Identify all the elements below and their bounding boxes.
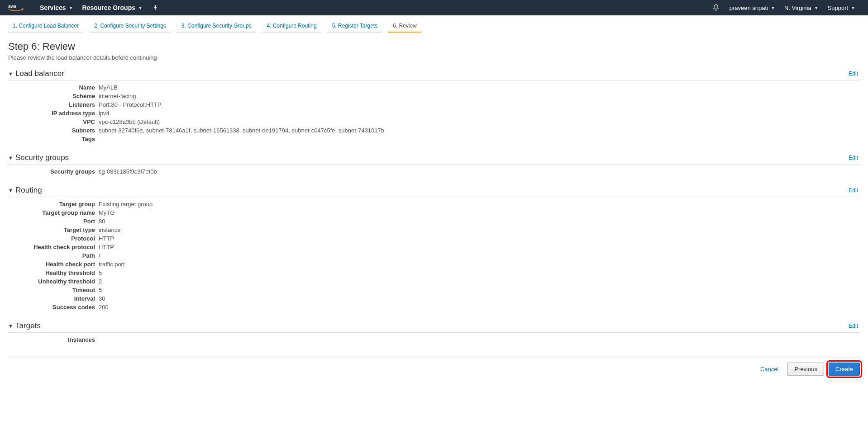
aws-logo[interactable]: aws [8, 3, 24, 12]
lb-listeners-key: Listeners [8, 101, 99, 108]
region-menu[interactable]: N. Virginia ▼ [780, 0, 823, 15]
sg-value: sg-083c185f9c3f7ef0b [99, 168, 157, 175]
section-title: Security groups [15, 153, 69, 162]
disclosure-triangle-icon: ▼ [8, 155, 15, 160]
routing-target-type-value: instance [99, 226, 120, 233]
routing-unhealthy-threshold-key: Unhealthy threshold [8, 278, 99, 285]
routing-path-value: / [99, 252, 100, 259]
services-label: Services [40, 4, 66, 11]
routing-hcp-value: HTTP [99, 244, 114, 250]
routing-path-key: Path [8, 252, 99, 259]
wizard-tab-5[interactable]: 5. Register Targets [328, 20, 382, 33]
wizard-tab-6[interactable]: 6. Review [388, 20, 421, 33]
section-routing: ▼ Routing Edit Target groupExisting targ… [8, 184, 860, 311]
section-security-groups: ▼ Security groups Edit Security groupssg… [8, 151, 860, 176]
routing-target-group-key: Target group [8, 201, 99, 207]
lb-ip-key: IP address type [8, 110, 99, 117]
section-header-routing[interactable]: ▼ Routing Edit [8, 184, 860, 197]
routing-port-value: 80 [99, 218, 105, 225]
section-targets: ▼ Targets Edit Instances [8, 320, 860, 344]
routing-interval-value: 30 [99, 295, 105, 302]
resource-groups-menu[interactable]: Resource Groups ▼ [78, 0, 147, 15]
page-body: Step 6: Review Please review the load ba… [0, 33, 868, 344]
routing-hcp-key: Health check protocol [8, 244, 99, 250]
routing-healthy-threshold-key: Healthy threshold [8, 269, 99, 276]
routing-success-codes-key: Success codes [8, 304, 99, 311]
lb-vpc-key: VPC [8, 118, 99, 125]
caret-down-icon: ▼ [814, 5, 819, 10]
svg-text:aws: aws [8, 4, 16, 9]
resource-groups-label: Resource Groups [82, 4, 135, 11]
routing-target-group-name-value: MyTG [99, 209, 114, 216]
disclosure-triangle-icon: ▼ [8, 323, 15, 329]
lb-tags-key: Tags [8, 136, 99, 142]
lb-vpc-value: vpc-c128a3bb (Default) [99, 118, 160, 125]
disclosure-triangle-icon: ▼ [8, 71, 15, 76]
lb-scheme-key: Scheme [8, 93, 99, 99]
previous-button[interactable]: Previous [787, 363, 824, 376]
top-navbar: aws Services ▼ Resource Groups ▼ praveen… [0, 0, 868, 15]
create-button[interactable]: Create [829, 363, 860, 376]
section-header-targets[interactable]: ▼ Targets Edit [8, 320, 860, 333]
routing-success-codes-value: 200 [99, 304, 109, 311]
lb-scheme-value: internet-facing [99, 93, 136, 99]
account-label: praveen sripati [730, 5, 768, 11]
targets-instances-key: Instances [8, 336, 99, 343]
routing-unhealthy-threshold-value: 2 [99, 278, 102, 285]
edit-link-routing[interactable]: Edit [849, 187, 860, 193]
lb-ip-value: ipv4 [99, 110, 110, 117]
support-label: Support [828, 5, 849, 11]
routing-hcport-key: Health check port [8, 261, 99, 268]
page-title: Step 6: Review [8, 41, 860, 52]
routing-protocol-value: HTTP [99, 235, 114, 242]
pin-icon[interactable] [147, 5, 164, 11]
routing-target-group-name-key: Target group name [8, 209, 99, 216]
lb-subnets-key: Subnets [8, 127, 99, 134]
routing-target-type-key: Target type [8, 226, 99, 233]
edit-link-load-balancer[interactable]: Edit [849, 71, 860, 77]
support-menu[interactable]: Support ▼ [823, 0, 860, 15]
section-load-balancer: ▼ Load balancer Edit NameMyALB Schemeint… [8, 67, 860, 143]
edit-link-security-groups[interactable]: Edit [849, 155, 860, 161]
routing-hcport-value: traffic port [99, 261, 125, 268]
wizard-tab-4[interactable]: 4. Configure Routing [262, 20, 321, 33]
routing-port-key: Port [8, 218, 99, 225]
lb-name-key: Name [8, 84, 99, 91]
lb-name-value: MyALB [99, 84, 118, 91]
routing-timeout-value: 5 [99, 287, 102, 293]
wizard-tab-2[interactable]: 2. Configure Security Settings [90, 20, 171, 33]
account-menu[interactable]: praveen sripati ▼ [725, 0, 780, 15]
page-subtitle: Please review the load balancer details … [8, 54, 860, 61]
cancel-link[interactable]: Cancel [756, 363, 783, 375]
caret-down-icon: ▼ [138, 5, 143, 10]
services-menu[interactable]: Services ▼ [35, 0, 78, 15]
caret-down-icon: ▼ [851, 5, 855, 10]
routing-protocol-key: Protocol [8, 235, 99, 242]
section-header-load-balancer[interactable]: ▼ Load balancer Edit [8, 67, 860, 80]
wizard-tabs: 1. Configure Load Balancer 2. Configure … [8, 20, 868, 33]
routing-healthy-threshold-value: 5 [99, 269, 102, 276]
routing-timeout-key: Timeout [8, 287, 99, 293]
caret-down-icon: ▼ [69, 5, 73, 10]
disclosure-triangle-icon: ▼ [8, 188, 15, 193]
section-title: Targets [15, 321, 41, 330]
section-title: Load balancer [15, 69, 64, 78]
region-label: N. Virginia [784, 5, 811, 11]
lb-listeners-value: Port:80 - Protocol:HTTP [99, 101, 162, 108]
sg-key: Security groups [8, 168, 99, 175]
wizard-tab-1[interactable]: 1. Configure Load Balancer [8, 20, 83, 33]
wizard-tab-3[interactable]: 3. Configure Security Groups [177, 20, 256, 33]
wizard-footer: Cancel Previous Create [8, 358, 860, 385]
routing-interval-key: Interval [8, 295, 99, 302]
routing-target-group-value: Existing target group [99, 201, 153, 207]
lb-subnets-value: subnet-32740f6e, subnet-78146a1f, subnet… [99, 127, 384, 134]
edit-link-targets[interactable]: Edit [849, 323, 860, 329]
caret-down-icon: ▼ [771, 5, 775, 10]
section-title: Routing [15, 186, 42, 195]
notifications-icon[interactable] [707, 4, 725, 11]
section-header-security-groups[interactable]: ▼ Security groups Edit [8, 151, 860, 165]
